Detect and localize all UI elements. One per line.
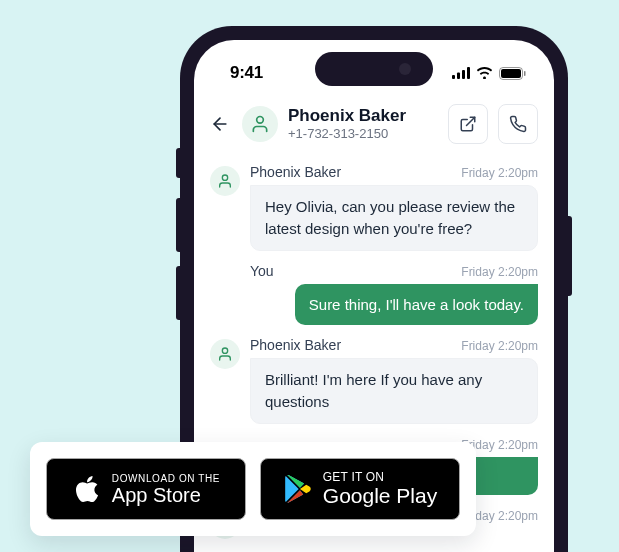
svg-point-8 [257, 117, 264, 124]
svg-rect-1 [457, 73, 460, 80]
message-time: Friday 2:20pm [461, 339, 538, 353]
google-play-bottom-label: Google Play [323, 484, 437, 507]
contact-avatar[interactable] [242, 106, 278, 142]
message-avatar [210, 166, 240, 196]
svg-rect-6 [524, 71, 526, 76]
status-time: 9:41 [230, 63, 263, 83]
svg-rect-2 [462, 70, 465, 79]
chat-header: Phoenix Baker +1-732-313-2150 [194, 90, 554, 158]
google-play-icon [284, 474, 312, 504]
message-outgoing: You Friday 2:20pm Sure thing, I'll have … [210, 263, 538, 326]
message-incoming: Phoenix Baker Friday 2:20pm Hey Olivia, … [210, 164, 538, 251]
dynamic-island [315, 52, 433, 86]
phone-side-button [176, 198, 180, 252]
google-play-top-label: GET IT ON [323, 471, 437, 484]
app-store-button[interactable]: DOWNLOAD ON THE App Store [46, 458, 246, 520]
message-bubble[interactable]: Sure thing, I'll have a look today. [295, 284, 538, 326]
contact-name: Phoenix Baker [288, 106, 438, 126]
arrow-left-icon [210, 114, 230, 134]
app-store-top-label: DOWNLOAD ON THE [112, 473, 220, 484]
svg-point-10 [222, 175, 227, 180]
message-bubble[interactable]: Brilliant! I'm here If you have any ques… [250, 358, 538, 424]
google-play-button[interactable]: GET IT ON Google Play [260, 458, 460, 520]
svg-rect-5 [501, 69, 521, 78]
wifi-icon [476, 67, 493, 79]
battery-icon [499, 67, 526, 80]
app-store-bottom-label: App Store [112, 484, 220, 506]
user-icon [217, 173, 233, 189]
svg-line-9 [467, 117, 475, 125]
apple-icon [74, 474, 100, 504]
message-avatar [210, 339, 240, 369]
message-time: Friday 2:20pm [461, 265, 538, 279]
phone-side-button [176, 266, 180, 320]
svg-rect-3 [467, 67, 470, 79]
cellular-icon [452, 67, 470, 79]
message-sender: Phoenix Baker [250, 164, 341, 180]
external-link-icon [459, 115, 477, 133]
message-sender: Phoenix Baker [250, 337, 341, 353]
message-sender: You [250, 263, 274, 279]
phone-icon [509, 115, 527, 133]
status-icons [452, 67, 526, 80]
back-button[interactable] [208, 112, 232, 136]
user-icon [250, 114, 270, 134]
user-icon [217, 346, 233, 362]
contact-phone: +1-732-313-2150 [288, 126, 438, 142]
contact-info[interactable]: Phoenix Baker +1-732-313-2150 [288, 106, 438, 142]
message-time: Friday 2:20pm [461, 166, 538, 180]
message-bubble[interactable]: Hey Olivia, can you please review the la… [250, 185, 538, 251]
store-badges-card: DOWNLOAD ON THE App Store GET IT ON Goog… [30, 442, 476, 536]
message-incoming: Phoenix Baker Friday 2:20pm Brilliant! I… [210, 337, 538, 424]
svg-rect-0 [452, 75, 455, 79]
open-external-button[interactable] [448, 104, 488, 144]
call-button[interactable] [498, 104, 538, 144]
svg-point-11 [222, 348, 227, 353]
phone-side-button [176, 148, 180, 178]
phone-side-button [568, 216, 572, 296]
